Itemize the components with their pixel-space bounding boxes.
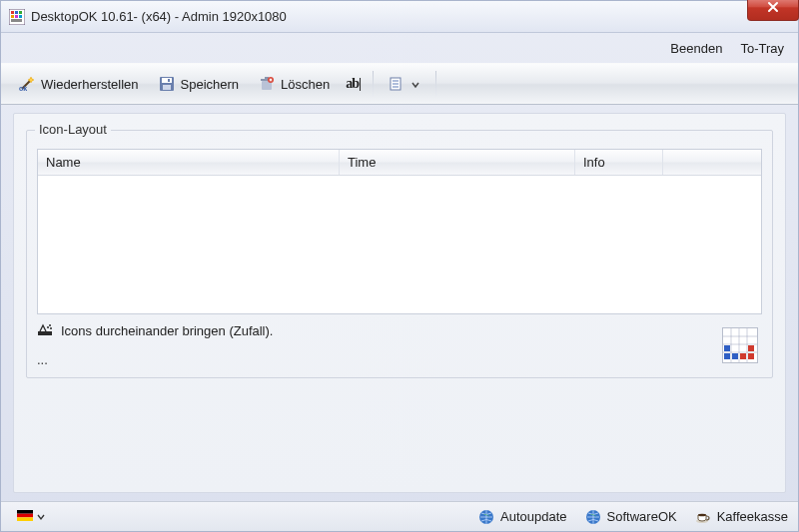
grid-thumb-button[interactable]	[722, 327, 758, 363]
autoupdate-label: Autoupdate	[500, 509, 567, 524]
svg-rect-7	[11, 19, 22, 22]
donate-link[interactable]: Kaffeekasse	[695, 509, 788, 525]
view-options-icon	[390, 76, 405, 92]
svg-point-24	[49, 324, 51, 326]
language-button[interactable]	[11, 507, 51, 527]
rename-button[interactable]: ab|	[342, 74, 365, 94]
svg-rect-33	[724, 353, 730, 359]
icon-layout-group: Icon-Layout Name Time Info Icons durchei…	[26, 130, 773, 378]
trash-icon	[259, 76, 275, 92]
svg-point-45	[698, 513, 706, 516]
restore-label: Wiederherstellen	[41, 77, 139, 92]
layout-listview[interactable]: Name Time Info	[37, 149, 762, 314]
app-window: DesktopOK 10.61- (x64) - Admin 1920x1080…	[0, 0, 799, 532]
softwareok-label: SoftwareOK	[607, 509, 677, 524]
menubar: Beenden To-Tray	[1, 33, 798, 63]
group-legend: Icon-Layout	[35, 122, 111, 137]
grid-thumb-icon	[723, 350, 757, 365]
toolbar-separator	[373, 71, 374, 97]
chevron-down-icon	[37, 509, 45, 524]
svg-rect-6	[19, 15, 22, 18]
svg-rect-39	[17, 510, 33, 514]
more-link[interactable]: ...	[37, 352, 762, 367]
delete-label: Löschen	[281, 77, 330, 92]
svg-rect-2	[15, 11, 18, 14]
window-title: DesktopOK 10.61- (x64) - Admin 1920x1080	[31, 9, 287, 24]
svg-point-25	[50, 327, 52, 329]
save-button[interactable]: Speichern	[151, 72, 248, 96]
column-spacer	[663, 150, 761, 175]
floppy-icon	[159, 76, 175, 92]
svg-rect-11	[162, 78, 172, 83]
chevron-down-icon	[411, 77, 419, 92]
menu-exit[interactable]: Beenden	[670, 41, 722, 56]
more-label: ...	[37, 352, 48, 367]
titlebar: DesktopOK 10.61- (x64) - Admin 1920x1080	[1, 1, 798, 33]
shuffle-label: Icons durcheinander bringen (Zufall).	[61, 323, 273, 338]
globe-icon	[478, 509, 494, 525]
svg-point-23	[47, 326, 49, 328]
svg-rect-1	[11, 11, 14, 14]
svg-rect-13	[168, 79, 170, 82]
svg-rect-5	[15, 15, 18, 18]
svg-rect-36	[748, 353, 754, 359]
rename-icon: ab|	[346, 76, 361, 92]
svg-rect-35	[740, 353, 746, 359]
coffee-icon	[695, 509, 711, 525]
svg-text:ok: ok	[19, 85, 27, 92]
donate-label: Kaffeekasse	[717, 509, 788, 524]
svg-rect-3	[19, 11, 22, 14]
column-info[interactable]: Info	[575, 150, 663, 175]
svg-rect-34	[732, 353, 738, 359]
column-name[interactable]: Name	[38, 150, 340, 175]
svg-rect-38	[724, 345, 730, 351]
save-label: Speichern	[181, 77, 240, 92]
restore-button[interactable]: ok Wiederherstellen	[11, 72, 147, 96]
svg-rect-41	[17, 517, 33, 521]
column-time[interactable]: Time	[340, 150, 575, 175]
delete-button[interactable]: Löschen	[251, 72, 338, 96]
listview-body[interactable]	[38, 176, 761, 313]
toolbar: ok Wiederherstellen Speichern Löschen ab…	[1, 63, 798, 105]
autoupdate-link[interactable]: Autoupdate	[478, 509, 567, 525]
flag-de-icon	[17, 509, 33, 525]
softwareok-link[interactable]: SoftwareOK	[585, 509, 677, 525]
wand-icon: ok	[19, 76, 35, 92]
shuffle-icon	[37, 322, 53, 338]
svg-rect-22	[38, 331, 52, 335]
toolbar-separator-2	[435, 71, 436, 97]
view-options-button[interactable]	[382, 72, 427, 96]
menu-to-tray[interactable]: To-Tray	[740, 41, 784, 56]
statusbar: Autoupdate SoftwareOK Kaffeekasse	[1, 501, 798, 531]
client-area: Icon-Layout Name Time Info Icons durchei…	[13, 113, 786, 493]
window-close-button[interactable]	[747, 0, 799, 21]
close-icon	[767, 1, 779, 16]
app-icon	[9, 9, 25, 25]
svg-rect-4	[11, 15, 14, 18]
svg-rect-12	[163, 85, 171, 90]
listview-header: Name Time Info	[38, 150, 761, 176]
globe-icon	[585, 509, 601, 525]
shuffle-link[interactable]: Icons durcheinander bringen (Zufall).	[37, 322, 762, 338]
svg-rect-40	[17, 513, 33, 517]
svg-rect-37	[748, 345, 754, 351]
